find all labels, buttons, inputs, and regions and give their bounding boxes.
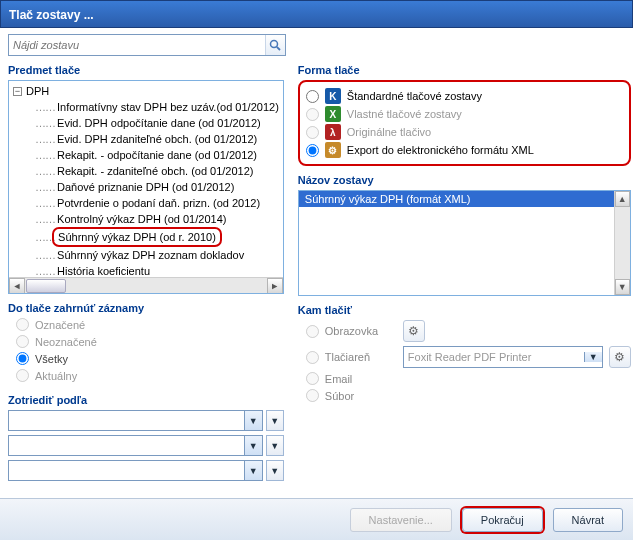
- dropdown-icon[interactable]: ▼: [244, 461, 262, 480]
- subject-tree[interactable]: − DPH Informatívny stav DPH bez uzáv.(od…: [8, 80, 284, 294]
- scroll-left-icon[interactable]: ◄: [9, 278, 25, 294]
- form-type-group: K Štandardné tlačové zostavy X Vlastné t…: [298, 80, 631, 166]
- records-option-label: Všetky: [35, 353, 68, 365]
- sort-dir-3[interactable]: ▼: [266, 460, 284, 481]
- window-title: Tlač zostavy ...: [0, 0, 633, 28]
- scroll-down-icon[interactable]: ▼: [615, 279, 630, 295]
- report-name-item[interactable]: Súhrnný výkaz DPH (formát XML): [299, 191, 614, 207]
- records-option-unmarked[interactable]: Neoznačené: [16, 335, 284, 348]
- scroll-up-icon[interactable]: ▲: [615, 191, 630, 207]
- scroll-right-icon[interactable]: ►: [267, 278, 283, 294]
- sort-combo-1[interactable]: ▼: [8, 410, 263, 431]
- sort-combo-2[interactable]: ▼: [8, 435, 263, 456]
- tree-root-label: DPH: [26, 83, 49, 99]
- form-option-custom: X Vlastné tlačové zostavy: [306, 106, 623, 122]
- form-option-label: Originálne tlačivo: [347, 126, 431, 138]
- scroll-track[interactable]: [615, 207, 630, 279]
- records-option-label: Aktuálny: [35, 370, 77, 382]
- radio-xml[interactable]: [306, 144, 319, 157]
- radio-file: [306, 389, 319, 402]
- gear-icon: ⚙: [325, 142, 341, 158]
- form-option-standard[interactable]: K Štandardné tlačové zostavy: [306, 88, 623, 104]
- output-label: Kam tlačiť: [298, 304, 631, 316]
- radio-standard[interactable]: [306, 90, 319, 103]
- tree-item[interactable]: Evid. DPH zdaniteľné obch. (od 01/2012): [35, 131, 279, 147]
- form-option-label: Vlastné tlačové zostavy: [347, 108, 462, 120]
- records-label: Do tlače zahrnúť záznamy: [8, 302, 284, 314]
- dropdown-icon[interactable]: ▼: [584, 352, 602, 362]
- dropdown-icon[interactable]: ▼: [244, 436, 262, 455]
- svg-point-0: [271, 40, 278, 47]
- records-option-current[interactable]: Aktuálny: [16, 369, 284, 382]
- tree-item[interactable]: Rekapit. - zdaniteľné obch. (od 01/2012): [35, 163, 279, 179]
- horizontal-scrollbar[interactable]: ◄ ►: [9, 277, 283, 293]
- settings-button: Nastavenie...: [350, 508, 452, 532]
- radio-current: [16, 369, 29, 382]
- tree-item[interactable]: Informatívny stav DPH bez uzáv.(od 01/20…: [35, 99, 279, 115]
- tree-item-highlighted[interactable]: Súhrnný výkaz DPH (od r. 2010): [35, 227, 279, 247]
- form-option-xml[interactable]: ⚙ Export do elektronického formátu XML: [306, 142, 623, 158]
- subject-label: Predmet tlače: [8, 64, 284, 76]
- radio-original: [306, 126, 319, 139]
- radio-printer: [306, 351, 319, 364]
- scroll-thumb[interactable]: [26, 279, 66, 293]
- printer-combo[interactable]: Foxit Reader PDF Printer ▼: [403, 346, 603, 368]
- tree-item[interactable]: Potvrdenie o podaní daň. prizn. (od 2012…: [35, 195, 279, 211]
- bottom-bar: Nastavenie... Pokračuj Návrat: [0, 498, 633, 540]
- output-option-file: Súbor: [306, 389, 631, 402]
- kros-icon: K: [325, 88, 341, 104]
- records-option-label: Označené: [35, 319, 85, 331]
- output-label-file: Súbor: [325, 390, 397, 402]
- tree-item[interactable]: Rekapit. - odpočítanie dane (od 01/2012): [35, 147, 279, 163]
- output-option-email: Email: [306, 372, 631, 385]
- output-option-screen: Obrazovka ⚙: [306, 320, 631, 342]
- search-input[interactable]: [9, 35, 265, 55]
- sort-label: Zotriediť podľa: [8, 394, 284, 406]
- output-label-email: Email: [325, 373, 397, 385]
- records-option-all[interactable]: Všetky: [16, 352, 284, 365]
- report-name-label: Názov zostavy: [298, 174, 631, 186]
- sort-dir-2[interactable]: ▼: [266, 435, 284, 456]
- report-name-list[interactable]: Súhrnný výkaz DPH (formát XML) ▲ ▼: [298, 190, 631, 296]
- sort-combo-3[interactable]: ▼: [8, 460, 263, 481]
- excel-icon: X: [325, 106, 341, 122]
- pdf-icon: λ: [325, 124, 341, 140]
- radio-all[interactable]: [16, 352, 29, 365]
- form-option-original: λ Originálne tlačivo: [306, 124, 623, 140]
- tree-item[interactable]: História koeficientu: [35, 263, 279, 277]
- continue-button[interactable]: Pokračuj: [462, 508, 543, 532]
- scroll-track[interactable]: [66, 278, 267, 293]
- form-option-label: Export do elektronického formátu XML: [347, 144, 534, 156]
- vertical-scrollbar[interactable]: ▲ ▼: [614, 191, 630, 295]
- records-option-marked[interactable]: Označené: [16, 318, 284, 331]
- form-option-label: Štandardné tlačové zostavy: [347, 90, 482, 102]
- radio-unmarked: [16, 335, 29, 348]
- printer-name: Foxit Reader PDF Printer: [404, 351, 584, 363]
- radio-screen: [306, 325, 319, 338]
- search-icon[interactable]: [265, 35, 285, 55]
- dropdown-icon[interactable]: ▼: [244, 411, 262, 430]
- radio-email: [306, 372, 319, 385]
- back-button[interactable]: Návrat: [553, 508, 623, 532]
- radio-marked: [16, 318, 29, 331]
- tree-root[interactable]: − DPH: [13, 83, 279, 99]
- tree-item[interactable]: Evid. DPH odpočítanie dane (od 01/2012): [35, 115, 279, 131]
- svg-line-1: [277, 46, 280, 49]
- tree-item[interactable]: Daňové priznanie DPH (od 01/2012): [35, 179, 279, 195]
- radio-custom: [306, 108, 319, 121]
- settings-icon[interactable]: ⚙: [609, 346, 631, 368]
- sort-dir-1[interactable]: ▼: [266, 410, 284, 431]
- tree-item[interactable]: Kontrolný výkaz DPH (od 01/2014): [35, 211, 279, 227]
- records-option-label: Neoznačené: [35, 336, 97, 348]
- form-label: Forma tlače: [298, 64, 631, 76]
- search-box[interactable]: [8, 34, 286, 56]
- collapse-icon[interactable]: −: [13, 87, 22, 96]
- settings-icon[interactable]: ⚙: [403, 320, 425, 342]
- output-option-printer: Tlačiareň Foxit Reader PDF Printer ▼ ⚙: [306, 346, 631, 368]
- output-label-screen: Obrazovka: [325, 325, 397, 337]
- tree-item[interactable]: Súhrnný výkaz DPH zoznam dokladov: [35, 247, 279, 263]
- output-label-printer: Tlačiareň: [325, 351, 397, 363]
